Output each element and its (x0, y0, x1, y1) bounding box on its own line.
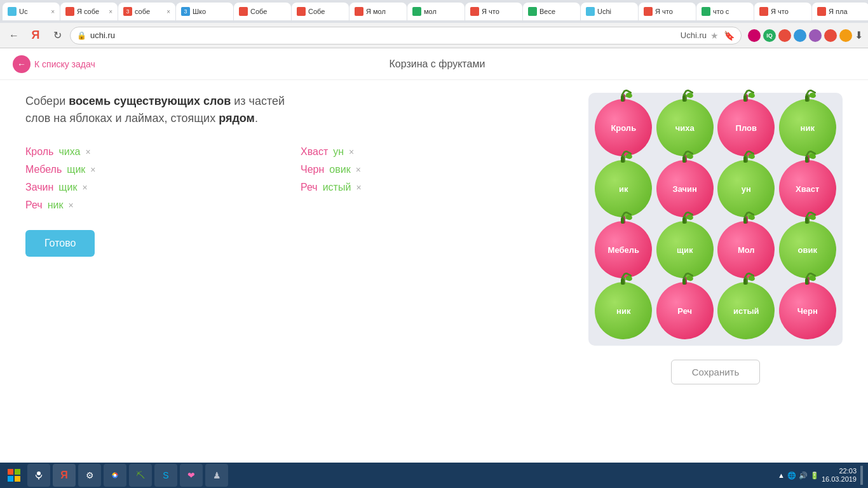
tab-7[interactable]: Я мол (349, 3, 407, 20)
yandex-taskbar-icon: Я (60, 470, 68, 481)
taskbar-app7[interactable]: ❤ (180, 464, 203, 487)
taskbar-yandex[interactable]: Я (53, 464, 76, 487)
answer-lime-part-4: овик (329, 164, 350, 175)
ext-icon-6[interactable] (839, 29, 852, 42)
back-label: К списку задач (34, 59, 95, 69)
tab-title-11: Uchi (597, 8, 633, 15)
save-button[interactable]: Сохранить (671, 360, 760, 384)
taskbar-skype[interactable]: S (154, 464, 177, 487)
tray-chevron[interactable]: ▲ (778, 471, 785, 479)
fruit-apple-mebel[interactable]: Мебель (595, 221, 652, 278)
tab-favicon-13 (702, 7, 710, 16)
done-button[interactable]: Готово (25, 230, 95, 257)
tab-close-2[interactable]: × (109, 8, 112, 15)
tab-favicon-7 (355, 7, 363, 16)
svg-rect-1 (15, 469, 20, 475)
answer-remove-4[interactable]: × (356, 165, 361, 175)
tab-favicon-10 (528, 7, 537, 16)
fruit-grid: Кроль чиха Плов (595, 99, 836, 339)
network-icon[interactable]: 🌐 (787, 471, 796, 480)
answer-lime-part-3: щик (67, 164, 85, 175)
bookmark-icon[interactable]: 🔖 (724, 30, 735, 41)
instruction-bold: восемь существующих слов (69, 95, 231, 107)
taskbar-chrome[interactable] (104, 464, 126, 487)
tab-4[interactable]: 3 Шко (176, 3, 233, 20)
answer-remove-2[interactable]: × (349, 147, 354, 157)
fruit-lime-nik[interactable]: ник (779, 99, 836, 156)
fruit-lime-chiha[interactable]: чиха (656, 99, 714, 156)
fruit-apple-rech[interactable]: Реч (656, 282, 714, 339)
taskbar-steam2[interactable]: ♟ (205, 464, 228, 487)
tab-6[interactable]: Собе (292, 3, 349, 20)
ext-icon-4[interactable] (809, 29, 822, 42)
answer-remove-6[interactable]: × (356, 182, 361, 193)
answer-remove-7[interactable]: × (68, 200, 73, 210)
ext-icon-iq[interactable]: IQ (763, 29, 776, 42)
ext-icon-5[interactable] (824, 29, 837, 42)
fruit-lime-ovik[interactable]: овик (779, 221, 836, 278)
fruit-lime-nik2[interactable]: ник (595, 282, 652, 339)
answer-item-5: Зачинщик × (25, 182, 288, 193)
ext-icon-1[interactable] (748, 29, 761, 42)
tab-10[interactable]: Весе (523, 3, 580, 20)
fruit-apple-zachin[interactable]: Зачин (656, 160, 714, 217)
volume-icon[interactable]: 🔊 (799, 471, 808, 480)
page-title: Корзина с фруктами (95, 58, 779, 70)
fruit-apple-hvast[interactable]: Хваст (779, 160, 836, 217)
start-button[interactable] (3, 464, 25, 487)
address-bar-icons: ★ 🔖 (710, 30, 735, 41)
yandex-logo[interactable]: Я (27, 27, 44, 44)
tab-15[interactable]: Я пла (812, 3, 868, 20)
answer-remove-3[interactable]: × (90, 165, 95, 175)
refresh-button[interactable]: ↻ (48, 27, 66, 44)
star-icon[interactable]: ★ (710, 30, 719, 41)
fruit-apple-mol[interactable]: Мол (717, 221, 775, 278)
page-content: ← К списку задач Корзина с фруктами Собе… (0, 48, 868, 463)
answer-item-6: Речистый × (301, 182, 563, 193)
instruction-text: Собери восемь существующих слов из часте… (25, 93, 311, 127)
answer-remove-5[interactable]: × (82, 182, 87, 193)
tab-14[interactable]: Я что (754, 3, 811, 20)
fruit-lime-un[interactable]: ун (717, 160, 775, 217)
fruit-apple-krol[interactable]: Кроль (595, 99, 652, 156)
address-bar[interactable]: 🔒 uchi.ru Uchi.ru ★ 🔖 (70, 27, 742, 44)
tab-5[interactable]: Собе (234, 3, 291, 20)
fruit-lime-shchik[interactable]: щик (656, 221, 714, 278)
instruction-bold2: рядом (219, 112, 255, 125)
tab-13[interactable]: что с (696, 3, 754, 20)
back-to-list-button[interactable]: ← К списку задач (13, 55, 95, 73)
tab-9[interactable]: Я что (465, 3, 522, 20)
ext-icon-2[interactable] (778, 29, 791, 42)
tab-close-3[interactable]: × (166, 8, 170, 15)
fruit-apple-chern[interactable]: Черн (779, 282, 836, 339)
fruit-lime-ik[interactable]: ик (595, 160, 652, 217)
tab-11[interactable]: Uchi (581, 3, 638, 20)
tab-12[interactable]: Я что (639, 3, 696, 20)
taskbar-steam[interactable]: ⚙ (78, 464, 101, 487)
show-desktop-button[interactable] (860, 466, 863, 485)
taskbar-minecraft[interactable]: ⛏ (129, 464, 152, 487)
answer-lime-part-2: ун (333, 146, 344, 158)
tab-close-icon[interactable]: × (51, 8, 55, 15)
download-icon[interactable]: ⬇ (855, 29, 863, 41)
tab-title-5: Собе (250, 8, 286, 15)
tab-active[interactable]: Uc × (3, 3, 60, 20)
instruction-end: . (255, 112, 258, 125)
back-button[interactable]: ← (5, 27, 23, 44)
fruit-apple-plov[interactable]: Плов (717, 99, 775, 156)
tab-title-6: Собе (308, 8, 344, 15)
tab-3[interactable]: 3 собе × (118, 3, 175, 20)
left-panel: Собери восемь существующих слов из часте… (25, 93, 563, 384)
tab-title-15: Я пла (829, 8, 864, 15)
tab-title-4: Шко (193, 8, 228, 15)
system-clock[interactable]: 22:03 16.03.2019 (822, 467, 857, 484)
fruit-lime-isty[interactable]: истый (717, 282, 775, 339)
tab-title-13: что с (713, 8, 749, 15)
tab-2[interactable]: Я собе × (60, 3, 118, 20)
fruit-cell-13: ник (595, 282, 653, 339)
taskbar-mic[interactable] (27, 464, 50, 487)
ext-icon-3[interactable] (794, 29, 806, 42)
main-area: Собери восемь существующих слов из часте… (0, 80, 868, 397)
tab-8[interactable]: мол (407, 3, 465, 20)
answer-remove-1[interactable]: × (85, 147, 90, 157)
